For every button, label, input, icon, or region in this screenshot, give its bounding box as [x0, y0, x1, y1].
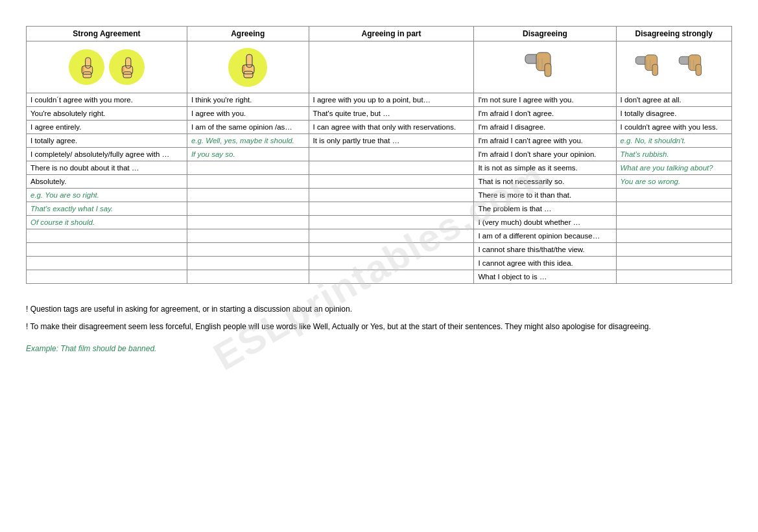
- italic-example: If you say so.: [191, 150, 235, 158]
- strong-agreement-icons: [27, 41, 187, 93]
- strong-agreement-cell: [27, 229, 187, 243]
- agreeing-cell: [187, 161, 309, 175]
- table-row: You're absolutely right. I agree with yo…: [27, 107, 732, 121]
- agreeing-cell: [187, 257, 309, 270]
- table-row: Of course it should. I (very much) doubt…: [27, 216, 732, 229]
- example-text: Example: That film should be banned.: [26, 343, 732, 355]
- italic-example: e.g. Well, yes, maybe it should.: [191, 137, 294, 145]
- svg-rect-11: [126, 58, 131, 69]
- table-row: That's exactly what I say. The problem i…: [27, 202, 732, 216]
- strong-agreement-cell: You're absolutely right.: [27, 107, 187, 121]
- table-row: I totally agree. e.g. Well, yes, maybe i…: [27, 134, 732, 148]
- disagreeing-cell: I'm afraid I don't agree.: [474, 107, 616, 121]
- disagreeing-strongly-cell: I don't agree at all.: [616, 93, 731, 107]
- disagreeing-cell: I cannot agree with this idea.: [474, 257, 616, 270]
- agreeing-in-part-cell: [309, 243, 474, 257]
- agreeing-in-part-icon: [309, 41, 474, 93]
- agreeing-cell: [187, 243, 309, 257]
- agreement-table: Strong Agreement Agreeing Agreeing in pa…: [26, 26, 732, 284]
- svg-rect-26: [545, 64, 551, 76]
- disagreeing-icon: [474, 41, 616, 93]
- header-strong-agreement: Strong Agreement: [27, 27, 187, 41]
- svg-rect-19: [246, 54, 252, 67]
- table-row: What I object to is …: [27, 270, 732, 284]
- table-row: Absolutely. That is not necessarily so. …: [27, 175, 732, 189]
- notes-section: ! Question tags are useful in asking for…: [26, 303, 732, 356]
- agreeing-cell: [187, 175, 309, 189]
- disagreeing-strongly-icons: [616, 41, 731, 93]
- strong-agreement-cell: I completely/ absolutely/fully agree wit…: [27, 148, 187, 161]
- thumbs-up-icon-2: [109, 49, 145, 85]
- thumbs-up-icon-3: [228, 48, 267, 87]
- header-agreeing-in-part: Agreeing in part: [309, 27, 474, 41]
- disagreeing-cell: I (very much) doubt whether …: [474, 216, 616, 229]
- agreeing-cell: [187, 216, 309, 229]
- disagreeing-cell: I cannot share this/that/the view.: [474, 243, 616, 257]
- header-disagreeing: Disagreeing: [474, 27, 616, 41]
- disagreeing-cell: What I object to is …: [474, 270, 616, 284]
- italic-example: You are so wrong.: [621, 178, 681, 185]
- agreeing-in-part-cell: I can agree with that only with reservat…: [309, 121, 474, 134]
- strong-agreement-cell: There is no doubt about it that …: [27, 161, 187, 175]
- agreeing-icon: [187, 41, 309, 93]
- italic-example: That's exactly what I say.: [30, 205, 113, 213]
- disagreeing-strongly-cell: I couldn't agree with you less.: [616, 121, 731, 134]
- disagreeing-cell: That is not necessarily so.: [474, 175, 616, 189]
- main-table-wrapper: Strong Agreement Agreeing Agreeing in pa…: [26, 26, 732, 284]
- table-row: I cannot agree with this idea.: [27, 257, 732, 270]
- icon-row: [27, 41, 732, 93]
- header-agreeing: Agreeing: [187, 27, 309, 41]
- strong-agreement-cell: [27, 257, 187, 270]
- agreeing-cell: If you say so.: [187, 148, 309, 161]
- agreeing-cell: [187, 229, 309, 243]
- note-1: ! Question tags are useful in asking for…: [26, 303, 732, 316]
- strong-agreement-cell: I totally agree.: [27, 134, 187, 148]
- agreeing-in-part-cell: [309, 202, 474, 216]
- strong-agreement-cell: That's exactly what I say.: [27, 202, 187, 216]
- agreeing-in-part-cell: [309, 161, 474, 175]
- italic-example: That's rubbish.: [621, 150, 669, 158]
- strong-agreement-cell: [27, 243, 187, 257]
- disagreeing-strongly-cell: [616, 229, 731, 243]
- italic-example: Of course it should.: [30, 218, 95, 226]
- disagreeing-strongly-cell: [616, 257, 731, 270]
- table-row: There is no doubt about it that … It is …: [27, 161, 732, 175]
- table-row: I cannot share this/that/the view.: [27, 243, 732, 257]
- strong-agreement-cell: [27, 270, 187, 284]
- disagreeing-cell: The problem is that …: [474, 202, 616, 216]
- svg-rect-36: [696, 64, 702, 75]
- thumbs-down-icon-3: [676, 52, 715, 83]
- agreeing-in-part-cell: I agree with you up to a point, but…: [309, 93, 474, 107]
- strong-agreement-cell: Of course it should.: [27, 216, 187, 229]
- disagreeing-strongly-cell: [616, 243, 731, 257]
- disagreeing-strongly-cell: [616, 189, 731, 202]
- header-disagreeing-strongly: Disagreeing strongly: [616, 27, 731, 41]
- agreeing-cell: I think you're right.: [187, 93, 309, 107]
- table-row: I couldn´t agree with you more. I think …: [27, 93, 732, 107]
- disagreeing-strongly-cell: You are so wrong.: [616, 175, 731, 189]
- disagreeing-cell: There is more to it than that.: [474, 189, 616, 202]
- agreeing-cell: [187, 189, 309, 202]
- disagreeing-cell: It is not as simple as it seems.: [474, 161, 616, 175]
- strong-agreement-cell: Absolutely.: [27, 175, 187, 189]
- agreeing-in-part-cell: [309, 148, 474, 161]
- italic-example: What are you talking about?: [621, 164, 713, 172]
- note-2: ! To make their disagreement seem less f…: [26, 321, 732, 333]
- agreeing-cell: [187, 202, 309, 216]
- disagreeing-strongly-cell: I totally disagree.: [616, 107, 731, 121]
- agreeing-in-part-cell: [309, 216, 474, 229]
- agreeing-in-part-cell: [309, 175, 474, 189]
- agreeing-cell: e.g. Well, yes, maybe it should.: [187, 134, 309, 148]
- disagreeing-cell: I'm afraid I don't share your opinion.: [474, 148, 616, 161]
- thumbs-up-icon-1: [69, 49, 104, 85]
- agreeing-in-part-cell: [309, 229, 474, 243]
- strong-agreement-cell: I agree entirely.: [27, 121, 187, 134]
- agreeing-in-part-cell: [309, 270, 474, 284]
- disagreeing-strongly-cell: That's rubbish.: [616, 148, 731, 161]
- agreeing-cell: [187, 270, 309, 284]
- strong-agreement-cell: e.g. You are so right.: [27, 189, 187, 202]
- disagreeing-strongly-cell: [616, 202, 731, 216]
- disagreeing-strongly-cell: [616, 270, 731, 284]
- table-row: e.g. You are so right. There is more to …: [27, 189, 732, 202]
- svg-rect-31: [652, 64, 658, 75]
